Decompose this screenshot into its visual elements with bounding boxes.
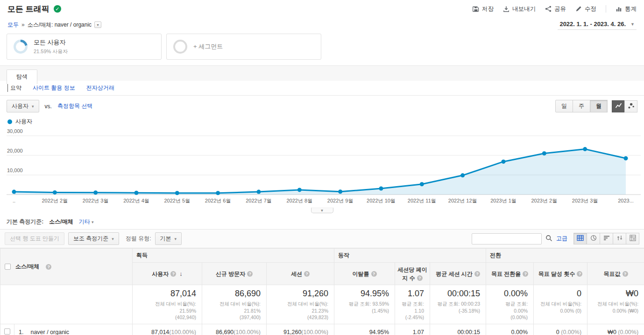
help-icon[interactable]: ?	[247, 271, 253, 277]
chevron-down-icon: ▾	[32, 104, 34, 109]
segments-bar: 모든 사용자 21.59% 사용자 + 세그먼트	[0, 32, 644, 65]
svg-text:20,000: 20,000	[7, 148, 23, 154]
help-icon[interactable]: ?	[577, 271, 582, 277]
help-icon[interactable]: ?	[417, 275, 423, 281]
breadcrumb: 모두 » 소스/매체: naver / organic ▾	[7, 21, 101, 29]
row-index: 1.	[19, 329, 23, 335]
chart-controls: 사용자▾ vs. 측정항목 선택 일주월	[0, 96, 644, 117]
sort-type-caption: 정렬 유형:	[126, 235, 151, 243]
subtabs: 요약사이트 활용 정보전자상거래	[0, 81, 644, 96]
help-icon[interactable]: ?	[304, 271, 310, 277]
chevron-down-icon: ▾	[92, 220, 94, 224]
advanced-search-link[interactable]: 고급	[556, 235, 567, 243]
help-icon[interactable]: ?	[170, 271, 176, 277]
chart-legend: 사용자	[0, 117, 644, 126]
tab-explorer[interactable]: 탐색	[7, 70, 37, 84]
vs-label: vs.	[45, 103, 52, 110]
search-input[interactable]	[472, 233, 542, 244]
insights-icon	[616, 6, 622, 12]
table-row[interactable]: 1.naver / organic87,014(100.00%)86,690(1…	[0, 324, 644, 335]
subtab-0[interactable]: 요약	[7, 84, 21, 92]
subtab-1[interactable]: 사이트 활용 정보	[33, 84, 75, 92]
breadcrumb-dropdown-button[interactable]: ▾	[94, 21, 101, 28]
verified-check-icon: ✓	[54, 5, 61, 13]
secondary-dimension-dropdown[interactable]: 보조 측정기준▾	[68, 232, 119, 245]
performance-view-button[interactable]	[600, 233, 613, 244]
granularity-month-button[interactable]: 월	[590, 100, 608, 112]
plot-rows-button[interactable]: 선택 행 도표 만들기	[5, 232, 64, 245]
date-range-selector[interactable]: 2022. 1. 1. - 2023. 4. 26. ▼	[558, 20, 637, 30]
chevron-down-icon: ▾	[175, 237, 177, 241]
primary-dimension-bar: 기본 측정기준: 소스/매체 기타 ▾	[0, 213, 644, 229]
add-segment-button[interactable]: + 세그먼트	[166, 34, 321, 60]
help-icon[interactable]: ?	[46, 264, 51, 270]
svg-text:30,000: 30,000	[7, 128, 23, 134]
share-button[interactable]: 공유	[545, 5, 566, 13]
row-checkbox[interactable]	[4, 328, 10, 335]
edit-button[interactable]: 수정	[575, 5, 596, 13]
metric-group-header: 동작	[334, 249, 486, 263]
column-header-metric[interactable]: 목표 달성 횟수?	[534, 263, 587, 285]
metric-cell: 91,260(100.00%)	[267, 324, 334, 335]
view-toggle-group	[574, 233, 639, 244]
svg-text:2022년 5월: 2022년 5월	[164, 198, 191, 203]
granularity-week-button[interactable]: 주	[573, 100, 590, 112]
search-button[interactable]	[545, 235, 552, 243]
percentage-view-button[interactable]	[587, 233, 600, 244]
line-chart: 10,00020,00030,000..2022년 2월2022년 3월2022…	[0, 126, 644, 213]
svg-text:2022년 11월: 2022년 11월	[408, 198, 436, 203]
svg-text:2022년 8월: 2022년 8월	[287, 198, 313, 203]
motion-chart-view-button[interactable]	[624, 100, 637, 112]
pivot-view-button[interactable]	[626, 233, 639, 244]
column-header-dimension[interactable]: 소스/매체?	[0, 249, 133, 285]
segment-donut-icon	[14, 40, 28, 54]
segment-all-users[interactable]: 모든 사용자 21.59% 사용자	[7, 34, 162, 60]
column-header-metric[interactable]: 평균 세션 시간?	[430, 263, 486, 285]
sort-type-dropdown[interactable]: 기본▾	[155, 232, 182, 245]
metric-group-header: 획득	[133, 249, 334, 263]
other-dimension-dropdown[interactable]: 기타 ▾	[79, 218, 94, 226]
header-actions: 저장내보내기공유수정통계	[463, 5, 637, 13]
data-table-view-icon	[577, 235, 584, 243]
summary-cell: 0.00%평균 조회: 0.00%(0.00%)	[486, 285, 534, 324]
summary-cell: 87,014전체 대비 비율(%): 21.59%(402,940)	[133, 285, 202, 324]
granularity-day-button[interactable]: 일	[555, 100, 573, 112]
subtab-2[interactable]: 전자상거래	[86, 84, 114, 92]
primary-dimension-source-medium[interactable]: 소스/매체	[49, 218, 73, 226]
column-header-metric[interactable]: 세션?	[267, 263, 334, 285]
line-chart-view-button[interactable]	[612, 100, 625, 112]
summary-cell: 94.95%평균 조회: 93.59%(1.45%)	[334, 285, 395, 324]
column-header-metric[interactable]: 신규 방문자?	[202, 263, 267, 285]
svg-text:2022년 6월: 2022년 6월	[205, 198, 231, 203]
help-icon[interactable]: ?	[623, 271, 628, 277]
legend-label: 사용자	[15, 118, 32, 126]
column-header-metric[interactable]: 사용자?↓	[133, 263, 202, 285]
granularity-toggle: 일주월	[556, 100, 608, 112]
svg-text:2022년 9월: 2022년 9월	[327, 198, 354, 203]
data-table-view-button[interactable]	[573, 233, 587, 244]
summary-cell: 91,260전체 대비 비율(%): 21.23%(429,823)	[267, 285, 334, 324]
search-icon	[545, 235, 552, 243]
metric-selector-dropdown[interactable]: 사용자▾	[7, 100, 39, 112]
column-header-metric[interactable]: 세션당 페이지 수?	[395, 263, 430, 285]
breadcrumb-root-link[interactable]: 모두	[7, 21, 19, 29]
select-metric-link[interactable]: 측정항목 선택	[57, 102, 92, 110]
timeline-collapse-handle[interactable]: ▼	[311, 208, 333, 213]
metric-cell: 87,014(100.00%)	[133, 324, 202, 335]
comparison-view-button[interactable]	[613, 233, 626, 244]
help-icon[interactable]: ?	[523, 271, 528, 277]
export-button[interactable]: 내보내기	[503, 5, 536, 13]
summary-row: 87,014전체 대비 비율(%): 21.59%(402,940)86,690…	[0, 285, 644, 324]
insights-button[interactable]: 통계	[616, 5, 637, 13]
column-header-metric[interactable]: 목표 전환율?	[486, 263, 534, 285]
help-icon[interactable]: ?	[371, 271, 377, 277]
column-header-metric[interactable]: 목표값?	[587, 263, 644, 285]
help-icon[interactable]: ?	[474, 271, 480, 277]
svg-text:2023...: 2023...	[618, 198, 634, 203]
column-header-metric[interactable]: 이탈률?	[334, 263, 395, 285]
select-all-checkbox[interactable]	[5, 264, 11, 270]
save-button[interactable]: 저장	[473, 5, 494, 13]
motion-chart-icon	[628, 102, 635, 111]
chevron-down-icon: ▾	[112, 237, 114, 241]
segment-title: 모든 사용자	[34, 38, 68, 47]
